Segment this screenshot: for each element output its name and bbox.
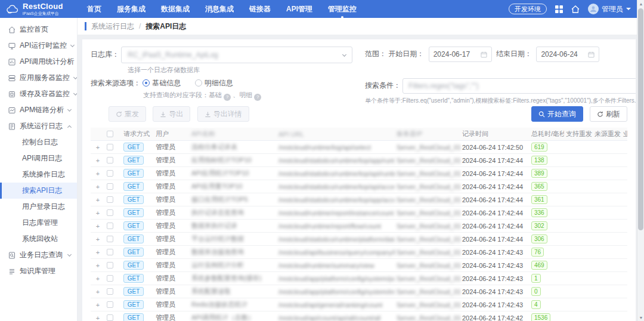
row-server: Server_RestCloud_01 — [395, 262, 460, 269]
row-checkbox[interactable] — [107, 301, 113, 308]
expand-row-icon[interactable]: + — [91, 209, 105, 217]
apps-grid-icon[interactable] — [555, 5, 563, 13]
sidebar-item-system-run-logs[interactable]: 系统运行日志 — [0, 118, 77, 134]
brand[interactable]: RestCloud iPaaS企业集成平台 — [6, 2, 82, 16]
row-checkbox[interactable] — [107, 209, 113, 216]
breadcrumb-parent[interactable]: 系统运行日志 — [91, 21, 134, 32]
row-record-time: 2024-06-24 17:42:44 — [460, 223, 530, 230]
method-badge: GET — [123, 287, 144, 296]
search-condition-input[interactable]: Filters.regex("tags","") — [402, 78, 636, 94]
expand-row-icon[interactable]: + — [91, 301, 105, 308]
row-checkbox[interactable] — [107, 196, 113, 203]
sidebar-item-api-runtime-monitor[interactable]: API运行时监控 — [0, 38, 77, 54]
table-row[interactable]: + GET 管理员 数据库连接池查询 /restcloud/api/busine… — [91, 246, 627, 259]
row-checkbox[interactable] — [107, 249, 113, 255]
radio-detail[interactable]: 明细信息 — [195, 79, 245, 87]
row-checkbox[interactable] — [107, 223, 113, 229]
scrollbar-thumb[interactable] — [638, 8, 643, 230]
row-checkbox[interactable] — [107, 170, 113, 177]
user-menu[interactable]: 管理员 — [588, 4, 631, 14]
sidebar-item-monitor-home[interactable]: 监控首页 — [0, 21, 77, 38]
nav-item-api-management[interactable]: API管理 — [286, 4, 312, 14]
row-checkbox[interactable] — [107, 157, 113, 163]
nav-item-data-integration[interactable]: 数据集成 — [161, 4, 190, 14]
table-row[interactable]: + GET 管理员 系统参数配置查询(缓存) /restcloud/app/pl… — [91, 272, 627, 285]
table-row[interactable]: + GET 管理员 应用指标统计TOP10 /restcloud/statist… — [91, 154, 627, 167]
table-row[interactable]: + GET 管理员 接口应用统计TOP5 /restcloud/statisti… — [91, 193, 627, 206]
expand-row-icon[interactable]: + — [91, 262, 105, 269]
col-record-time: 记录时间 — [460, 129, 530, 138]
radio-detail-dot[interactable] — [195, 79, 202, 87]
sidebar-item-cache-container-monitor[interactable]: 缓存及容器监控 — [0, 86, 77, 102]
method-badge: GET — [123, 156, 144, 165]
row-checkbox[interactable] — [107, 144, 113, 150]
table-row[interactable]: + GET 管理员 流程任务记录表 /restcloud/runtime/log… — [91, 141, 627, 154]
home-icon[interactable] — [571, 5, 580, 13]
end-date-input[interactable]: 2024-06-24 — [536, 47, 599, 62]
nav-item-service-integration[interactable]: 服务集成 — [117, 4, 145, 14]
table-row[interactable]: + GET 管理员 API应用量TOP10 /restcloud/statist… — [91, 180, 627, 193]
help-question-icon[interactable]: ? — [254, 94, 261, 101]
expand-row-icon[interactable]: + — [91, 223, 105, 230]
sidebar-sub-search-api-log[interactable]: 搜索API日志 — [0, 183, 77, 199]
sidebar-item-api-stats-analysis[interactable]: API调用统计分析 — [0, 54, 77, 70]
scroll-up-icon[interactable]: ▲ — [637, 0, 644, 7]
expand-row-icon[interactable]: + — [91, 196, 105, 203]
table-row[interactable]: + GET 管理员 运行实例统计分析 /restcloud/runtime/su… — [91, 259, 627, 272]
sidebar-sub-system-op-log[interactable]: 系统操作日志 — [0, 166, 77, 183]
start-date-input[interactable]: 2024-06-17 — [429, 47, 492, 62]
download-icon — [205, 111, 211, 118]
sidebar-sub-api-call-log[interactable]: API调用日志 — [0, 150, 77, 166]
export-detail-button[interactable]: 导出详情 — [197, 106, 249, 122]
expand-row-icon[interactable]: + — [91, 288, 105, 295]
row-checkbox[interactable] — [107, 262, 113, 268]
row-checkbox[interactable] — [107, 236, 113, 242]
expand-row-icon[interactable]: + — [91, 144, 105, 151]
expand-row-icon[interactable]: + — [91, 157, 105, 164]
table-row[interactable]: + GET 管理员 Redis连接状态统计 /restcloud/api/gen… — [91, 298, 627, 311]
help-question-icon[interactable]: ? — [224, 94, 231, 101]
row-checkbox[interactable] — [107, 314, 113, 321]
table-row[interactable]: + GET 管理员 API应用统计TOP10 /restcloud/statis… — [91, 167, 627, 180]
row-checkbox[interactable] — [107, 183, 113, 190]
sidebar-item-business-log-query[interactable]: 业务日志查询 — [0, 247, 77, 263]
table-row[interactable]: + GET 管理员 API调用统计（总数） /restcloud/api/cou… — [91, 311, 627, 321]
scroll-down-icon[interactable]: ▼ — [637, 314, 644, 321]
log-db-select[interactable]: RC_iPaaS_Runtime_ApiLog — [121, 47, 352, 63]
nav-item-home[interactable]: 首页 — [87, 4, 101, 14]
sidebar-item-knowledge-base[interactable]: 知识库管理 — [0, 263, 77, 279]
sidebar-item-app-server-monitor[interactable]: 应用服务器监控 — [0, 70, 77, 86]
sidebar-sub-user-login-log[interactable]: 用户登录日志 — [0, 199, 77, 215]
row-checkbox[interactable] — [107, 275, 113, 282]
resend-button[interactable]: 重发 — [109, 106, 146, 122]
table-row[interactable]: + GET 管理员 执行记录总览查询 /restcloud/runtime/re… — [91, 206, 627, 220]
nav-item-message-integration[interactable]: 消息集成 — [205, 4, 234, 14]
method-badge: GET — [123, 313, 144, 321]
sidebar-sub-console-log[interactable]: 控制台日志 — [0, 134, 77, 150]
select-all-checkbox[interactable] — [107, 131, 113, 137]
radio-basic-dot[interactable] — [143, 79, 150, 87]
nav-item-connector[interactable]: 链接器 — [249, 4, 271, 14]
expand-row-icon[interactable]: + — [91, 170, 105, 177]
refresh-button[interactable]: 刷新 — [590, 106, 627, 122]
nav-item-management-monitor[interactable]: 管理监控 — [328, 4, 357, 14]
expand-row-icon[interactable]: + — [91, 314, 105, 321]
table-row[interactable]: + GET 管理员 平台运行统计数据 /restcloud/statistics… — [91, 233, 627, 246]
expand-row-icon[interactable]: + — [91, 183, 105, 190]
sidebar-item-apm-trace-analysis[interactable]: APM链路分析 — [0, 102, 77, 118]
page-scrollbar[interactable]: ▲ ▼ — [637, 0, 644, 321]
expand-row-icon[interactable]: + — [91, 249, 105, 256]
row-record-time: 2024-06-24 17:42:43 — [460, 262, 530, 269]
environment-badge[interactable]: 开发环境 — [509, 4, 547, 14]
row-checkbox[interactable] — [107, 288, 113, 295]
table-row[interactable]: + GET 管理员 数据库执行记录 /restcloud/runtime/rep… — [91, 220, 627, 233]
export-button[interactable]: 导出 — [153, 106, 190, 122]
radio-basic[interactable]: 基础信息 — [143, 79, 193, 87]
start-query-button[interactable]: 开始查询 — [531, 106, 583, 122]
chevron-down-icon — [73, 75, 78, 79]
expand-row-icon[interactable]: + — [91, 236, 105, 243]
sidebar-sub-log-db-management[interactable]: 日志库管理 — [0, 215, 77, 231]
expand-row-icon[interactable]: + — [91, 275, 105, 282]
sidebar-sub-recycle-bin[interactable]: 系统回收站 — [0, 231, 77, 247]
table-row[interactable]: + GET 管理员 系统配置读取 /restcloud/app/platform… — [91, 285, 627, 298]
